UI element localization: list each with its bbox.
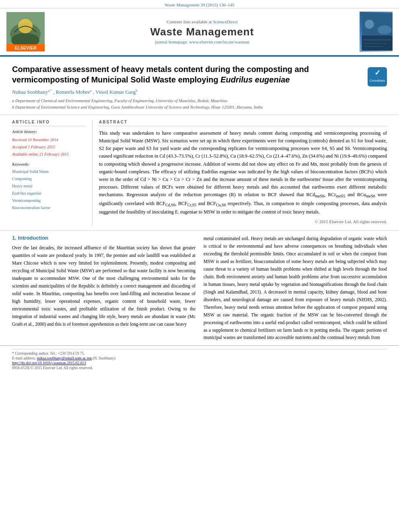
abstract-text: This study was undertaken to have compar…	[99, 129, 387, 226]
journal-header: ELSEVIER Contents lists available at Sci…	[0, 8, 399, 56]
article-dates: Received 10 November 2014 Accepted 1 Feb…	[12, 136, 86, 158]
elsevier-logo: ELSEVIER	[6, 12, 45, 51]
keyword-5: Vermicomposting	[12, 197, 86, 204]
corresponding-note: * Corresponding author. Tel.: +230 5914 …	[12, 351, 387, 355]
svg-rect-10	[364, 46, 383, 47]
history-label: Article history:	[12, 129, 86, 134]
journal-header-center: Contents lists available at ScienceDirec…	[45, 19, 360, 44]
keyword-1: Municipal Solid Waste	[12, 168, 86, 175]
article-info-abstract-section: ARTICLE INFO Article history: Received 1…	[0, 115, 399, 231]
keyword-4: Eudrilus eugeniae	[12, 190, 86, 197]
svg-text:✓: ✓	[374, 69, 380, 77]
abstract-col: ABSTRACT This study was undertaken to ha…	[99, 120, 387, 226]
author-affiliations: a Department of Chemical and Environment…	[12, 98, 360, 111]
svg-text:CrossMark: CrossMark	[370, 79, 386, 82]
article-info-col: ARTICLE INFO Article history: Received 1…	[12, 120, 93, 226]
crossmark-logo: ✓ CrossMark	[368, 67, 387, 88]
article-info-label: ARTICLE INFO	[12, 120, 86, 126]
email-link[interactable]: nuhaa.soobhany@umail.uom.ac.mu	[37, 356, 92, 360]
article-title: Comparative assessment of heavy metals c…	[12, 64, 360, 85]
doi-anchor[interactable]: http://dx.doi.org/10.1016/j.wasman.2015.…	[12, 361, 86, 365]
intro-heading: 1. Introduction	[12, 235, 195, 241]
article-footer: * Corresponding author. Tel.: +230 5914 …	[0, 345, 399, 373]
keywords-list: Municipal Solid Waste Composting Heavy m…	[12, 168, 86, 212]
sciencedirect-text: Contents lists available at ScienceDirec…	[45, 19, 360, 24]
svg-point-6	[365, 20, 374, 29]
abstract-label: ABSTRACT	[99, 120, 387, 126]
keywords-label: Keywords:	[12, 162, 86, 166]
svg-rect-8	[364, 39, 391, 41]
article-authors: Nuhaa Soobhanya,* , Romeela Moheea , Vin…	[12, 89, 360, 95]
top-bar: Waste Management 39 (2015) 130–145	[0, 0, 399, 8]
svg-rect-9	[364, 43, 386, 44]
journal-side-image	[360, 12, 393, 52]
body-section: 1. Introduction Over the last decades, t…	[0, 231, 399, 346]
copyright: © 2015 Elsevier Ltd. All rights reserved…	[99, 218, 387, 226]
keyword-6: Bioconcentration factor	[12, 204, 86, 212]
footer-divider	[12, 349, 387, 349]
journal-homepage: journal homepage: www.elsevier.com/locat…	[45, 39, 360, 44]
journal-ref: Waste Management 39 (2015) 130–145	[165, 2, 234, 7]
doi-link: http://dx.doi.org/10.1016/j.wasman.2015.…	[12, 361, 387, 365]
article-title-block: Comparative assessment of heavy metals c…	[12, 64, 360, 111]
issn-text: 0956-053X/© 2015 Elsevier Ltd. All right…	[12, 366, 387, 370]
sciencedirect-link[interactable]: ScienceDirect	[213, 19, 238, 24]
svg-point-7	[378, 25, 391, 35]
article-header: Comparative assessment of heavy metals c…	[0, 57, 399, 115]
intro-left-text: Over the last decades, the increased aff…	[12, 244, 195, 328]
body-left-col: 1. Introduction Over the last decades, t…	[12, 235, 195, 342]
keyword-2: Composting	[12, 175, 86, 183]
keyword-3: Heavy metal	[12, 183, 86, 190]
body-right-col: metal contaminated soil. Heavy metals ar…	[204, 235, 387, 342]
intro-right-text: metal contaminated soil. Heavy metals ar…	[204, 235, 387, 342]
elsevier-brand: ELSEVIER	[6, 44, 45, 51]
nature-image	[6, 12, 45, 44]
email-note: E-mail address: nuhaa.soobhany@umail.uom…	[12, 356, 387, 360]
journal-title: Waste Management	[45, 26, 360, 38]
page-wrapper: Waste Management 39 (2015) 130–145 ELSEV…	[0, 0, 399, 532]
